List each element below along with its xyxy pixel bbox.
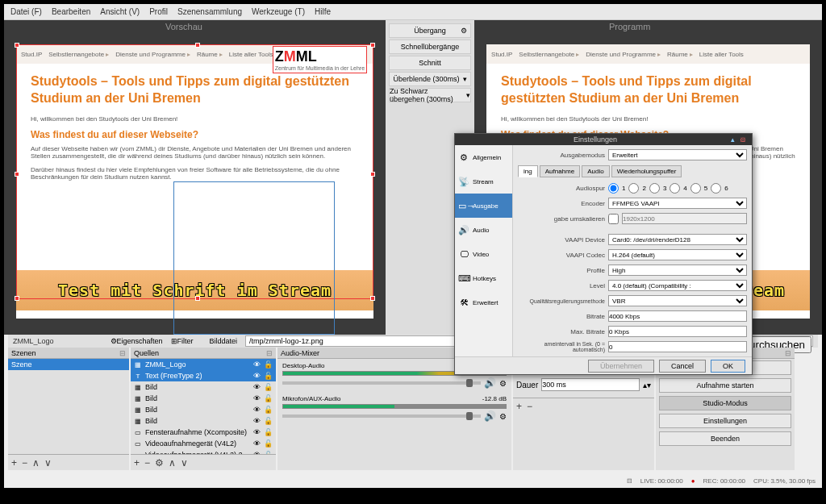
tab-streaming[interactable]: ing	[518, 165, 538, 177]
output-mode-select[interactable]: Erweitert	[608, 149, 747, 160]
track-5-radio[interactable]	[690, 183, 701, 194]
lock-icon[interactable]: 🔓	[264, 406, 273, 414]
lock-icon[interactable]: 🔓	[264, 394, 273, 402]
track-6-radio[interactable]	[711, 183, 721, 194]
transition-button[interactable]: Übergang⚙	[389, 23, 471, 38]
start-record-button[interactable]: Aufnahme starten	[659, 378, 791, 393]
source-item[interactable]: ▦ZMML_Logo👁🔓	[131, 359, 276, 370]
nav-studip[interactable]: Stud.IP	[21, 51, 42, 58]
source-item[interactable]: ▭Fensteraufnahme (Xcomposite)👁🔓	[131, 427, 276, 438]
profile-select[interactable]: High	[608, 264, 747, 276]
menu-view[interactable]: Ansicht (V)	[100, 7, 140, 16]
keyframe-input[interactable]	[608, 341, 747, 352]
max-bitrate-input[interactable]	[608, 326, 747, 337]
visibility-icon[interactable]: 👁	[253, 439, 261, 448]
minimize-icon[interactable]: ▴	[731, 135, 735, 144]
properties-tab[interactable]: ⚙Eigenschaften	[111, 337, 163, 345]
studio-mode-button[interactable]: Studio-Modus	[659, 396, 791, 410]
encoder-select[interactable]: FFMPEG VAAPI	[608, 198, 747, 209]
lock-icon[interactable]: 🔓	[264, 439, 273, 448]
source-settings-button[interactable]: ⚙	[155, 457, 164, 469]
source-up-button[interactable]: ∧	[169, 457, 176, 469]
nav-selbst[interactable]: Selbstlernangebote▸	[48, 51, 109, 58]
sidebar-item-stream[interactable]: 📡Stream	[455, 169, 512, 194]
tab-replay[interactable]: Wiederholungspuffer	[611, 165, 682, 177]
filter-tab[interactable]: ⊞Filter	[171, 337, 194, 345]
scene-up-button[interactable]: ∧	[32, 457, 40, 469]
source-down-button[interactable]: ∨	[181, 457, 188, 469]
mic-volume-slider[interactable]	[282, 414, 481, 418]
track-4-radio[interactable]	[670, 183, 680, 194]
menu-file[interactable]: Datei (F)	[10, 7, 42, 16]
level-select[interactable]: 4.0 (default) (Compatibility :	[608, 280, 747, 291]
desktop-volume-slider[interactable]	[282, 381, 481, 385]
bitrate-input[interactable]	[608, 310, 747, 322]
fade-button[interactable]: Überblende (300ms)▾	[389, 72, 471, 86]
grip-icon[interactable]: ⊟	[119, 349, 126, 357]
apply-button[interactable]: Übernehmen	[588, 360, 654, 373]
cancel-button[interactable]: Cancel	[659, 360, 706, 373]
grip-icon[interactable]: ⊟	[266, 349, 273, 357]
menu-tools[interactable]: Werkzeuge (T)	[252, 7, 305, 16]
source-item[interactable]: ▭Videoaufnahmegerät (V4L2)👁🔓	[131, 438, 276, 449]
source-item[interactable]: ▦Bild👁🔓	[131, 381, 276, 393]
rate-control-select[interactable]: VBR	[608, 295, 747, 306]
sidebar-item-output[interactable]: ▭→Ausgabe	[455, 194, 512, 218]
lock-icon[interactable]: 🔓	[264, 372, 273, 380]
channel-settings-icon[interactable]: ⚙	[499, 412, 507, 421]
nav-liste[interactable]: Liste aller Tools	[229, 51, 273, 58]
lock-icon[interactable]: 🔓	[264, 360, 273, 369]
audiotrack-radios[interactable]: 1 2 3 4 5 6	[608, 183, 728, 194]
duration-input[interactable]	[541, 378, 640, 391]
track-2-radio[interactable]	[628, 183, 639, 194]
nav-dienste[interactable]: Dienste und Programme▸	[115, 51, 190, 58]
rescale-checkbox[interactable]	[608, 214, 619, 224]
lock-icon[interactable]: 🔓	[264, 383, 273, 391]
speaker-icon[interactable]: 🔊	[484, 377, 496, 389]
visibility-icon[interactable]: 👁	[253, 428, 261, 436]
add-transition-button[interactable]: +	[516, 401, 522, 412]
source-item[interactable]: ▦Bild👁🔓	[131, 404, 276, 415]
sidebar-item-hotkeys[interactable]: ⌨Hotkeys	[455, 266, 512, 290]
gear-icon[interactable]: ⚙	[461, 27, 467, 35]
source-item[interactable]: TText (FreeType 2)👁🔓	[131, 370, 276, 381]
track-3-radio[interactable]	[649, 183, 660, 194]
tab-recording[interactable]: Aufnahme	[540, 165, 580, 177]
menu-edit[interactable]: Bearbeiten	[52, 7, 90, 16]
scene-down-button[interactable]: ∨	[44, 457, 52, 469]
scene-item[interactable]: Szene	[8, 359, 129, 370]
close-icon[interactable]: ⦻	[740, 135, 747, 144]
visibility-icon[interactable]: 👁	[253, 417, 261, 425]
visibility-icon[interactable]: 👁	[253, 372, 261, 380]
source-item[interactable]: ▦Bild👁🔓	[131, 393, 276, 404]
stepper-icon[interactable]: ▴▾	[643, 381, 651, 389]
menu-scenes[interactable]: Szenensammlung	[177, 7, 242, 16]
visibility-icon[interactable]: 👁	[253, 383, 261, 391]
cut-button[interactable]: Schnitt	[389, 56, 471, 70]
remove-source-button[interactable]: −	[144, 457, 150, 469]
vaapi-device-select[interactable]: Card0: /dev/dri/renderD128	[608, 234, 747, 245]
exit-button[interactable]: Beenden	[659, 431, 791, 446]
lock-icon[interactable]: 🔓	[264, 428, 273, 436]
preview-panel[interactable]: Stud.IP Selbstlernangebote▸ Dienste und …	[4, 20, 386, 335]
visibility-icon[interactable]: 👁	[253, 394, 261, 402]
settings-button[interactable]: Einstellungen	[659, 414, 791, 428]
ok-button[interactable]: OK	[711, 360, 745, 373]
lock-icon[interactable]: 🔓	[264, 417, 273, 425]
sidebar-item-audio[interactable]: 🔊Audio	[455, 218, 512, 242]
tab-audio[interactable]: Audio	[582, 165, 609, 177]
channel-settings-icon[interactable]: ⚙	[499, 379, 507, 388]
remove-scene-button[interactable]: −	[22, 457, 27, 469]
speaker-icon[interactable]: 🔊	[484, 410, 496, 422]
sidebar-item-advanced[interactable]: 🛠Erweitert	[455, 290, 512, 314]
remove-transition-button[interactable]: −	[527, 401, 532, 412]
source-item[interactable]: ▦Bild👁🔓	[131, 415, 276, 427]
visibility-icon[interactable]: 👁	[253, 406, 261, 414]
add-source-button[interactable]: +	[134, 457, 140, 469]
sidebar-item-video[interactable]: 🖵Video	[455, 242, 512, 266]
sidebar-item-general[interactable]: ⚙Allgemein	[455, 145, 512, 169]
track-1-radio[interactable]	[608, 183, 619, 194]
menu-help[interactable]: Hilfe	[315, 7, 331, 16]
menu-profile[interactable]: Profil	[149, 7, 168, 16]
grip-icon[interactable]: ⊟	[785, 349, 791, 357]
